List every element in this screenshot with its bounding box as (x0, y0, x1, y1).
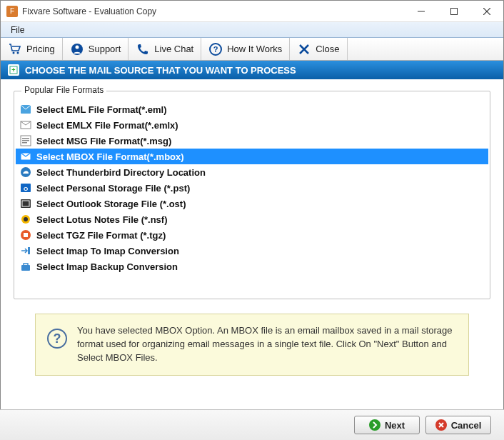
format-item[interactable]: Select EMLX File Format(*.emlx) (16, 117, 488, 133)
format-item-label: Select Lotus Notes File (*.nsf) (36, 214, 167, 225)
imap-icon (20, 245, 31, 256)
support-icon (70, 42, 84, 56)
toolbar-howitworks[interactable]: ? How It Works (201, 38, 290, 60)
window-title: Fixvare Software - Evaluation Copy (22, 6, 405, 16)
format-item[interactable]: OSelect Personal Storage File (*.pst) (16, 180, 488, 196)
ost-icon (20, 198, 31, 209)
menubar: File (1, 22, 503, 38)
phone-icon (136, 42, 150, 56)
content-area: Popular File Formats Select EML File For… (1, 79, 503, 381)
nsf-icon (20, 214, 31, 225)
svg-rect-32 (21, 265, 30, 271)
format-item[interactable]: Select Thunderbird Directory Location (16, 164, 488, 180)
format-item[interactable]: Select Imap To Imap Conversion (16, 243, 488, 259)
header-icon: + (8, 64, 19, 76)
format-item-label: Select EML File Format(*.eml) (36, 104, 167, 115)
cart-icon (8, 42, 22, 56)
window-controls (405, 1, 503, 22)
close-icon (297, 42, 311, 56)
tbird-icon (20, 166, 31, 178)
header-text: CHOOSE THE MAIL SOURCE THAT YOU WANT TO … (25, 65, 296, 76)
eml-icon (20, 104, 31, 115)
format-item-label: Select TGZ File Format (*.tgz) (36, 230, 166, 241)
info-box: ? You have selected MBOX Option. An MBOX… (35, 314, 469, 376)
footer: Next Cancel (0, 409, 504, 440)
emlx-icon (20, 119, 31, 131)
formats-groupbox: Popular File Formats Select EML File For… (14, 91, 490, 299)
info-text: You have selected MBOX Option. An MBOX f… (77, 324, 457, 365)
svg-text:O: O (24, 186, 28, 192)
cancel-x-icon (435, 419, 447, 431)
cancel-button[interactable]: Cancel (425, 416, 491, 434)
app-icon: F (6, 6, 18, 17)
toolbar-close-label: Close (316, 44, 339, 54)
format-item-label: Select EMLX File Format(*.emlx) (36, 120, 178, 131)
maximize-button[interactable] (438, 1, 470, 22)
next-arrow-icon (369, 419, 380, 431)
svg-point-4 (13, 51, 15, 54)
format-item[interactable]: Select Lotus Notes File (*.nsf) (16, 211, 488, 227)
minimize-button[interactable] (405, 1, 438, 22)
format-item[interactable]: Select Outlook Storage File (*.ost) (16, 196, 488, 211)
svg-point-7 (75, 45, 79, 49)
svg-rect-19 (22, 142, 27, 144)
format-item-label: Select Outlook Storage File (*.ost) (36, 199, 186, 209)
format-item-label: Select Personal Storage File (*.pst) (36, 183, 190, 194)
next-button[interactable]: Next (354, 416, 420, 434)
toolbar-pricing[interactable]: Pricing (1, 38, 63, 60)
toolbar-howitworks-label: How It Works (227, 44, 282, 54)
svg-rect-1 (451, 8, 458, 14)
titlebar: F Fixvare Software - Evaluation Copy (1, 1, 503, 22)
menu-file[interactable]: File (5, 24, 30, 36)
format-item[interactable]: Select Imap Backup Conversion (16, 259, 488, 274)
format-item[interactable]: Select EML File Format(*.eml) (16, 101, 488, 117)
toolbar-livechat-label: Live Chat (154, 44, 193, 54)
next-label: Next (385, 420, 405, 431)
toolbar-support-label: Support (89, 44, 121, 54)
format-item-label: Select Thunderbird Directory Location (36, 167, 206, 178)
question-icon: ? (208, 42, 223, 56)
toolbar-support[interactable]: Support (63, 38, 129, 60)
groupbox-legend: Popular File Formats (21, 85, 106, 95)
format-list: Select EML File Format(*.eml)Select EMLX… (16, 101, 488, 274)
close-window-button[interactable] (470, 1, 503, 22)
format-item-label: Select MBOX File Format(*.mbox) (36, 151, 184, 162)
tgz-icon (20, 229, 31, 241)
svg-rect-18 (22, 140, 29, 141)
format-item-label: Select Imap To Imap Conversion (36, 246, 179, 256)
format-item-label: Select MSG File Format(*.msg) (36, 136, 171, 146)
svg-text:+: + (11, 66, 15, 74)
pst-icon: O (20, 182, 31, 194)
msg-icon (20, 135, 31, 146)
svg-point-28 (24, 217, 28, 221)
svg-rect-31 (28, 247, 30, 254)
toolbar: Pricing Support Live Chat ? How It Works… (1, 38, 503, 61)
svg-rect-30 (24, 233, 28, 237)
toolbar-close[interactable]: Close (290, 38, 347, 60)
toolbar-pricing-label: Pricing (26, 44, 55, 54)
mbox-icon (20, 151, 31, 162)
header-banner: + CHOOSE THE MAIL SOURCE THAT YOU WANT T… (1, 61, 503, 79)
format-item[interactable]: Select MSG File Format(*.msg) (16, 133, 488, 149)
imapb-icon (20, 261, 31, 272)
toolbar-livechat[interactable]: Live Chat (128, 38, 201, 60)
info-question-icon: ? (47, 329, 67, 349)
svg-rect-17 (22, 138, 29, 139)
svg-text:?: ? (213, 45, 218, 54)
format-item[interactable]: Select MBOX File Format(*.mbox) (16, 149, 488, 164)
format-item-label: Select Imap Backup Conversion (36, 261, 178, 272)
format-item[interactable]: Select TGZ File Format (*.tgz) (16, 227, 488, 243)
svg-point-5 (17, 51, 19, 54)
cancel-label: Cancel (451, 420, 482, 431)
